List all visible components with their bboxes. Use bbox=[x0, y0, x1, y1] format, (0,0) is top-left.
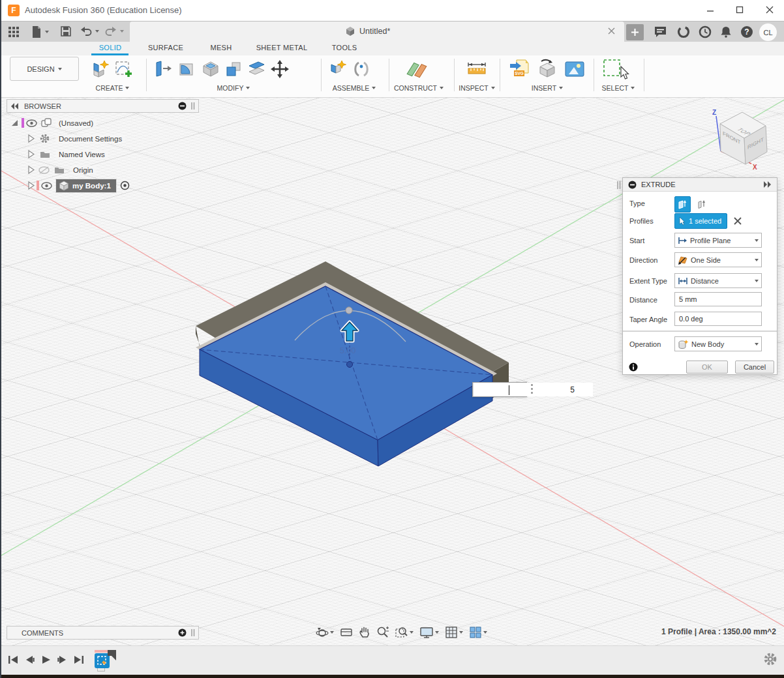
browser-row-document-settings[interactable]: Document Settings bbox=[27, 132, 125, 145]
group-label-construct[interactable]: CONSTRUCT bbox=[386, 83, 451, 93]
panel-grip-icon[interactable] bbox=[190, 102, 196, 110]
collapse-arrow-icon[interactable] bbox=[27, 181, 35, 190]
extensions-icon[interactable] bbox=[677, 25, 690, 38]
extrude-tool-icon[interactable] bbox=[90, 59, 110, 80]
browser-row-origin[interactable]: Origin bbox=[27, 163, 97, 177]
extent-type-dropdown[interactable]: Distance bbox=[674, 273, 762, 288]
measure-icon[interactable] bbox=[466, 59, 488, 80]
create-sketch-icon[interactable] bbox=[113, 59, 133, 80]
ok-button[interactable]: OK bbox=[686, 361, 728, 374]
comments-icon[interactable] bbox=[654, 25, 667, 38]
visibility-eye-icon[interactable] bbox=[41, 182, 52, 190]
save-icon[interactable] bbox=[60, 25, 72, 37]
undo-icon[interactable] bbox=[80, 25, 99, 37]
distance-input[interactable] bbox=[674, 292, 762, 306]
expand-arrow-icon[interactable] bbox=[10, 119, 19, 127]
help-icon[interactable]: ? bbox=[740, 25, 753, 38]
dialog-minimize-icon[interactable] bbox=[628, 181, 637, 189]
grid-snap-icon[interactable] bbox=[445, 626, 463, 639]
rotate-handle-ball[interactable] bbox=[346, 307, 352, 314]
browser-row-root[interactable]: (Unsaved) bbox=[10, 116, 97, 130]
manipulator-origin-ball[interactable] bbox=[347, 362, 353, 368]
tab-solid[interactable]: SOLID bbox=[93, 44, 128, 52]
user-avatar[interactable]: CL bbox=[759, 23, 777, 41]
distance-inline-input-box[interactable] bbox=[472, 382, 527, 397]
dialog-expand-icon[interactable] bbox=[763, 181, 772, 188]
panel-grip-icon[interactable] bbox=[190, 628, 196, 637]
browser-root-label[interactable]: (Unsaved) bbox=[55, 119, 97, 128]
insert-svg-icon[interactable]: SVG bbox=[509, 59, 531, 80]
collapse-panel-icon[interactable] bbox=[11, 103, 19, 110]
body-selected-item[interactable]: my Body:1 bbox=[56, 179, 116, 192]
group-label-select[interactable]: SELECT bbox=[592, 83, 644, 93]
timeline-step-forward-icon[interactable] bbox=[57, 655, 67, 665]
comments-panel-header[interactable]: COMMENTS bbox=[7, 626, 199, 640]
document-settings-label[interactable]: Document Settings bbox=[55, 134, 125, 143]
visibility-eye-icon[interactable] bbox=[26, 119, 37, 127]
taper-angle-input[interactable] bbox=[674, 312, 762, 326]
new-component-icon[interactable] bbox=[327, 59, 347, 80]
maximize-button[interactable] bbox=[727, 0, 753, 20]
ground-target-icon[interactable] bbox=[120, 181, 130, 190]
collapse-arrow-icon[interactable] bbox=[27, 134, 35, 143]
tab-tools[interactable]: TOOLS bbox=[327, 44, 362, 52]
collapse-arrow-icon[interactable] bbox=[27, 166, 35, 174]
view-cube[interactable]: TOP FRONT RIGHT Z X bbox=[712, 109, 767, 171]
viewports-icon[interactable] bbox=[469, 626, 487, 639]
type-thin-button[interactable] bbox=[693, 196, 710, 213]
workspace-selector[interactable]: DESIGN bbox=[10, 57, 79, 81]
document-tab-close-icon[interactable] bbox=[608, 27, 615, 35]
cancel-button[interactable]: Cancel bbox=[735, 361, 774, 374]
tab-sheet-metal[interactable]: SHEET METAL bbox=[251, 44, 312, 52]
offset-face-icon[interactable] bbox=[247, 59, 266, 80]
input-options-menu-icon[interactable] bbox=[531, 384, 533, 394]
tab-mesh[interactable]: MESH bbox=[205, 44, 237, 52]
start-dropdown[interactable]: Profile Plane bbox=[674, 233, 762, 248]
document-tab[interactable]: Untitled* bbox=[130, 22, 624, 42]
insert-canvas-icon[interactable] bbox=[564, 59, 586, 80]
joint-icon[interactable] bbox=[352, 59, 371, 80]
named-views-label[interactable]: Named Views bbox=[55, 150, 108, 159]
pan-tool-icon[interactable] bbox=[359, 626, 370, 639]
collapse-arrow-icon[interactable] bbox=[27, 150, 35, 158]
shell-icon[interactable] bbox=[201, 59, 220, 80]
group-label-inspect[interactable]: INSPECT bbox=[450, 83, 504, 93]
type-solid-button[interactable] bbox=[674, 196, 691, 213]
group-label-modify[interactable]: MODIFY bbox=[201, 83, 266, 93]
timeline-play-icon[interactable] bbox=[41, 655, 52, 665]
visibility-off-icon[interactable] bbox=[38, 166, 50, 174]
job-status-clock-icon[interactable] bbox=[699, 25, 712, 38]
insert-mesh-icon[interactable] bbox=[537, 59, 557, 80]
new-tab-button[interactable] bbox=[626, 24, 644, 40]
close-button[interactable] bbox=[757, 0, 783, 20]
notifications-bell-icon[interactable] bbox=[719, 25, 732, 38]
combine-icon[interactable] bbox=[224, 59, 243, 80]
redo-icon[interactable] bbox=[104, 25, 124, 37]
timeline-go-to-end-icon[interactable] bbox=[74, 655, 84, 665]
group-label-create[interactable]: CREATE bbox=[85, 83, 140, 93]
browser-visibility-icon[interactable] bbox=[178, 102, 187, 110]
move-copy-icon[interactable] bbox=[270, 59, 290, 80]
timeline-settings-gear-icon[interactable] bbox=[763, 652, 777, 666]
file-menu-icon[interactable] bbox=[31, 25, 49, 38]
info-icon[interactable] bbox=[629, 362, 638, 372]
minimize-button[interactable] bbox=[697, 0, 723, 20]
fillet-icon[interactable] bbox=[177, 59, 196, 80]
group-label-insert[interactable]: INSERT bbox=[520, 83, 574, 93]
construct-plane-icon[interactable] bbox=[404, 59, 429, 80]
zoom-tool-icon[interactable] bbox=[376, 626, 389, 639]
press-pull-icon[interactable] bbox=[153, 59, 172, 80]
select-tool-icon[interactable] bbox=[601, 59, 630, 80]
timeline-sketch-feature[interactable] bbox=[93, 650, 115, 672]
operation-dropdown[interactable]: New Body bbox=[674, 336, 762, 351]
dialog-grip-icon[interactable] bbox=[616, 181, 622, 190]
zoom-window-icon[interactable] bbox=[395, 626, 414, 639]
dialog-header[interactable]: EXTRUDE bbox=[623, 178, 777, 192]
profiles-selected-chip[interactable]: 1 selected bbox=[674, 213, 727, 229]
origin-label[interactable]: Origin bbox=[70, 166, 97, 175]
display-settings-icon[interactable] bbox=[419, 626, 439, 639]
browser-row-body[interactable]: my Body:1 bbox=[27, 179, 130, 192]
timeline-step-back-icon[interactable] bbox=[25, 655, 35, 665]
group-label-assemble[interactable]: ASSEMBLE bbox=[323, 83, 385, 93]
orbit-tool-icon[interactable] bbox=[316, 626, 334, 639]
